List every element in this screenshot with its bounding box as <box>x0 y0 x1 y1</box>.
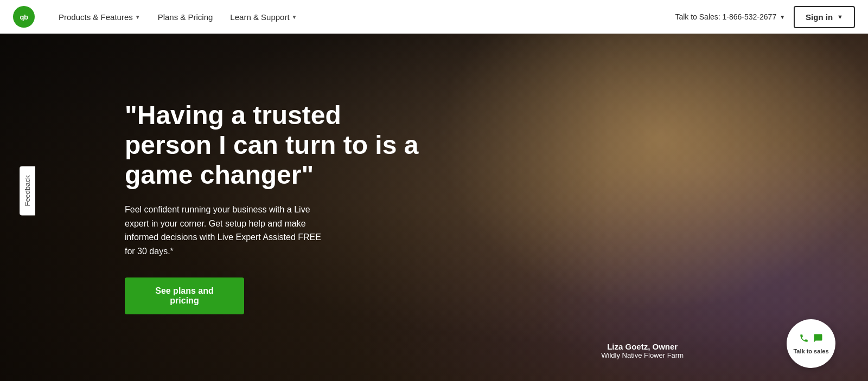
chevron-down-icon: ▼ <box>292 14 297 20</box>
chevron-down-icon: ▼ <box>135 14 141 20</box>
nav-right: Talk to Sales: 1-866-532-2677 ▼ Sign in … <box>675 6 855 28</box>
nav-products-label: Products & Features <box>59 12 133 22</box>
talk-to-sales-link[interactable]: Talk to Sales: 1-866-532-2677 ▼ <box>675 12 785 21</box>
hero-content: "Having a trusted person I can turn to i… <box>0 34 868 381</box>
signin-label: Sign in <box>806 12 833 22</box>
phone-icon <box>799 333 809 346</box>
chat-icon <box>813 333 823 346</box>
talk-to-sales-text: Talk to Sales: 1-866-532-2677 <box>675 12 776 21</box>
qb-logo-icon: qb <box>13 6 35 28</box>
nav-products-features[interactable]: Products & Features ▼ <box>52 8 147 26</box>
chevron-down-icon: ▼ <box>837 14 843 20</box>
cta-see-plans-button[interactable]: See plans and pricing <box>125 277 244 314</box>
nav-plans-pricing[interactable]: Plans & Pricing <box>151 8 220 26</box>
attribution-name: Liza Goetz, Owner <box>601 342 684 351</box>
hero-subtext: Feel confident running your business wit… <box>125 203 331 258</box>
hero-quote: "Having a trusted person I can turn to i… <box>125 100 429 190</box>
logo[interactable]: qb <box>13 6 35 28</box>
svg-text:qb: qb <box>20 13 28 21</box>
talk-sales-icons <box>799 333 823 346</box>
nav-plans-label: Plans & Pricing <box>158 12 213 22</box>
nav-learn-support[interactable]: Learn & Support ▼ <box>224 8 303 26</box>
attribution: Liza Goetz, Owner Wildly Native Flower F… <box>601 342 684 359</box>
nav-learn-label: Learn & Support <box>230 12 289 22</box>
feedback-label: Feedback <box>20 166 35 215</box>
talk-to-sales-bubble[interactable]: Talk to sales <box>787 319 835 368</box>
navbar: qb Products & Features ▼ Plans & Pricing… <box>0 0 868 34</box>
chevron-down-icon: ▼ <box>780 14 785 20</box>
talk-sales-bubble-label: Talk to sales <box>793 348 828 354</box>
attribution-company: Wildly Native Flower Farm <box>601 351 684 359</box>
hero-section: "Having a trusted person I can turn to i… <box>0 34 868 381</box>
nav-links: Products & Features ▼ Plans & Pricing Le… <box>52 8 675 26</box>
signin-button[interactable]: Sign in ▼ <box>794 6 855 28</box>
feedback-tab[interactable]: Feedback <box>0 191 69 206</box>
